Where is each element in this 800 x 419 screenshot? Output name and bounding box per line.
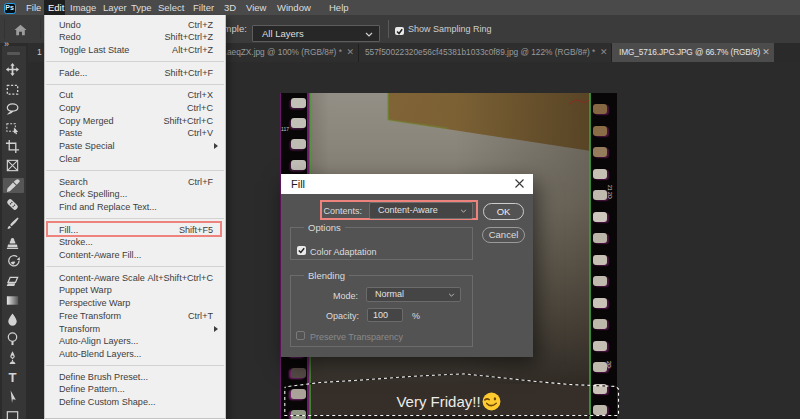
svg-text:T: T bbox=[8, 370, 16, 385]
